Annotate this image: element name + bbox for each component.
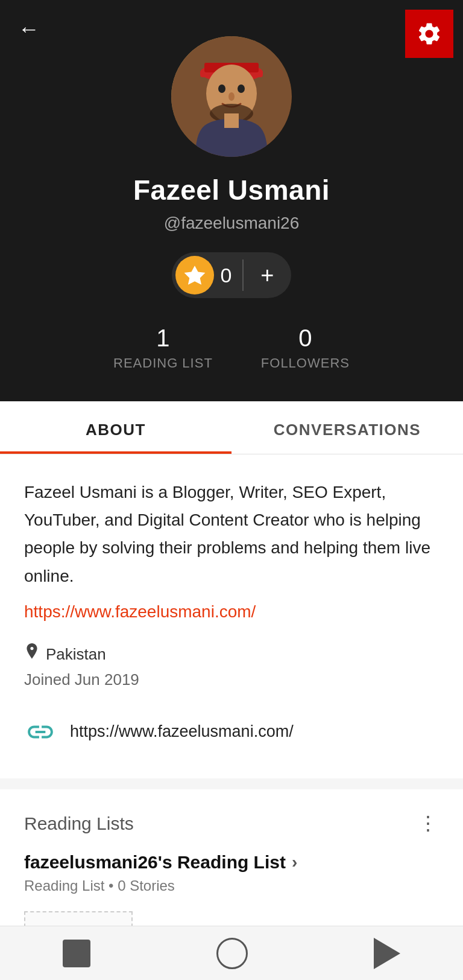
svg-point-6 <box>238 84 245 93</box>
gear-icon <box>416 21 443 47</box>
svg-point-7 <box>228 92 235 101</box>
profile-name: Fazeel Usmani <box>133 174 330 206</box>
profile-header: ← <box>0 0 463 401</box>
reading-list-meta: Reading List • 0 Stories <box>24 877 439 894</box>
coin-count: 0 <box>220 264 242 287</box>
reading-lists-title: Reading Lists <box>24 813 134 834</box>
about-website-link[interactable]: https://www.fazeelusmani.com/ <box>24 602 256 621</box>
location-icon <box>24 643 40 666</box>
followers-stat[interactable]: 0 FOLLOWERS <box>261 325 350 371</box>
tab-about[interactable]: ABOUT <box>0 401 232 454</box>
svg-marker-10 <box>184 266 206 285</box>
reading-list-count: 1 <box>156 325 169 352</box>
back-button[interactable]: ← <box>18 18 40 40</box>
about-section: Fazeel Usmani is a Blogger, Writer, SEO … <box>0 454 463 778</box>
add-coins-button[interactable]: + <box>244 262 291 288</box>
location-row: Pakistan <box>24 643 439 666</box>
nav-home-button[interactable] <box>216 938 248 969</box>
reading-list-label: READING LIST <box>113 355 213 371</box>
followers-label: FOLLOWERS <box>261 355 350 371</box>
tab-conversations[interactable]: CONVERSATIONS <box>232 401 463 454</box>
tabs-container: ABOUT CONVERSATIONS <box>0 401 463 454</box>
bottom-nav <box>0 926 463 980</box>
more-options-button[interactable]: ⋮ <box>418 818 439 829</box>
link-icon <box>24 716 57 748</box>
chevron-right-icon: › <box>292 853 297 872</box>
svg-rect-9 <box>224 113 239 128</box>
coins-row: 0 + <box>172 252 291 298</box>
svg-point-5 <box>218 84 225 93</box>
stats-row: 1 READING LIST 0 FOLLOWERS <box>113 325 350 371</box>
settings-button[interactable] <box>405 10 453 58</box>
profile-handle: @fazeelusmani26 <box>164 214 300 233</box>
about-bio: Fazeel Usmani is a Blogger, Writer, SEO … <box>24 479 439 590</box>
coin-icon <box>175 256 214 294</box>
reading-list-name: fazeelusmani26's Reading List › <box>24 852 439 873</box>
followers-count: 0 <box>298 325 312 352</box>
avatar <box>171 36 292 157</box>
nav-square-button[interactable] <box>63 940 90 967</box>
location-text: Pakistan <box>46 645 106 664</box>
joined-text: Joined Jun 2019 <box>24 670 439 689</box>
reading-lists-header: Reading Lists ⋮ <box>24 813 439 834</box>
about-meta: Pakistan Joined Jun 2019 <box>24 643 439 689</box>
nav-back-button[interactable] <box>374 938 400 969</box>
url-row: https://www.fazeelusmani.com/ <box>24 716 439 748</box>
url-text: https://www.fazeelusmani.com/ <box>70 722 294 741</box>
reading-list-stat[interactable]: 1 READING LIST <box>113 325 213 371</box>
